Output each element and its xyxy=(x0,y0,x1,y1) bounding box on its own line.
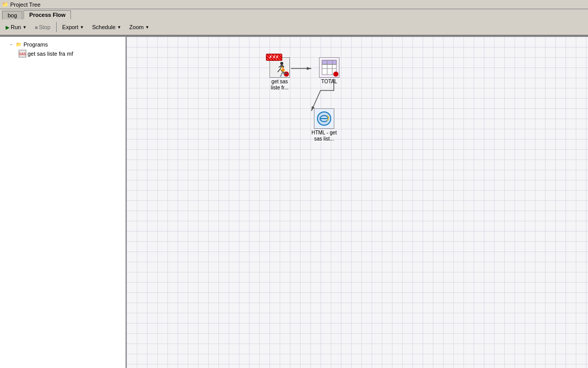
node3-label: HTML - get sas list... xyxy=(311,130,337,142)
expand-icon: − xyxy=(8,41,14,48)
status-error-dot xyxy=(284,72,289,77)
svg-line-5 xyxy=(280,65,282,69)
error-banner: ✗✗✗ xyxy=(266,54,282,61)
run-dropdown-arrow: ▼ xyxy=(22,25,27,30)
svg-line-8 xyxy=(279,65,282,67)
stop-button[interactable]: ■ Stop xyxy=(31,21,54,33)
sas-program-icon: ✗✗✗ xyxy=(270,57,290,78)
svg-rect-11 xyxy=(322,60,336,64)
svg-line-6 xyxy=(278,69,280,72)
tab-process-flow[interactable]: Process Flow xyxy=(23,10,71,19)
flow-node-total[interactable]: TOTAL xyxy=(313,57,346,85)
flow-node-sas-program[interactable]: ✗✗✗ get sas liste fr... xyxy=(263,57,296,91)
tree-item-programs[interactable]: − 📁 Programs xyxy=(0,40,126,49)
tree-root: − 📁 Programs SAS get sas liste fra mf xyxy=(0,39,126,59)
process-flow-canvas[interactable]: ✗✗✗ get sas liste fr... xyxy=(127,37,588,368)
folder-icon: 📁 xyxy=(14,40,22,49)
title-bar: 📁 Project Tree xyxy=(0,0,588,9)
stop-icon: ■ xyxy=(35,25,38,30)
svg-point-4 xyxy=(280,62,283,65)
tab-bog[interactable]: bog xyxy=(2,11,22,19)
export-dropdown-arrow: ▼ xyxy=(80,25,84,30)
main-layout: − 📁 Programs SAS get sas liste fra mf xyxy=(0,37,588,368)
flow-node-html[interactable]: HTML - get sas list... xyxy=(308,108,340,142)
svg-line-7 xyxy=(280,69,283,72)
run-button[interactable]: ▶ Run ▼ xyxy=(2,21,30,33)
html-icon xyxy=(314,108,334,129)
svg-line-9 xyxy=(282,65,284,67)
schedule-button[interactable]: Schedule ▼ xyxy=(89,21,125,33)
summary-table-icon xyxy=(319,57,339,78)
project-tree-sidebar: − 📁 Programs SAS get sas liste fra mf xyxy=(0,37,127,368)
title-icon: 📁 xyxy=(2,2,8,7)
export-button[interactable]: Export ▼ xyxy=(59,21,88,33)
tree-item-get-sas[interactable]: SAS get sas liste fra mf xyxy=(0,49,126,58)
node1-label: get sas liste fr... xyxy=(271,79,288,91)
toolbar: ▶ Run ▼ ■ Stop Export ▼ Schedule ▼ Zoom … xyxy=(0,19,588,36)
svg-text:SAS: SAS xyxy=(19,52,26,56)
schedule-dropdown-arrow: ▼ xyxy=(117,25,121,30)
toolbar-separator-1 xyxy=(56,22,57,32)
play-icon: ▶ xyxy=(6,25,10,30)
title-text: Project Tree xyxy=(10,2,40,8)
zoom-button[interactable]: Zoom ▼ xyxy=(126,21,153,33)
zoom-dropdown-arrow: ▼ xyxy=(145,25,149,30)
status-error-dot-2 xyxy=(333,72,338,77)
sas-file-icon: SAS xyxy=(18,50,27,58)
flow-arrows xyxy=(127,37,588,368)
node2-label: TOTAL xyxy=(321,79,337,85)
